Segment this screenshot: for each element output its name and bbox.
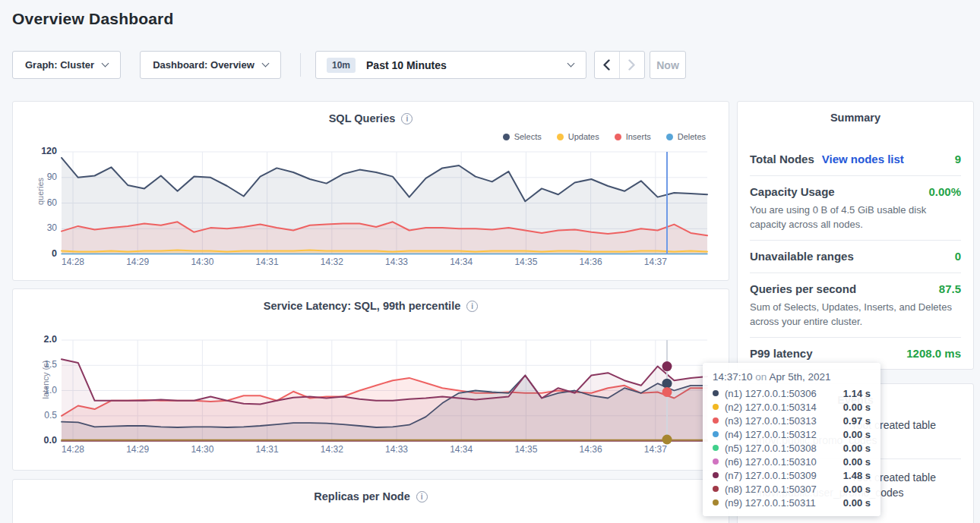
dashboard-dropdown-label: Dashboard: Overview [153,59,254,71]
p99-latency-label: P99 latency [750,346,813,361]
capacity-usage-desc: You are using 0 B of 4.5 GiB usable disk… [750,203,961,232]
summary-row-total-nodes: Total Nodes View nodes list 9 [750,143,961,176]
tooltip-node-row: (n9) 127.0.0.1:503110.00 s [713,496,871,509]
capacity-usage-label: Capacity Usage [750,184,835,200]
unavailable-ranges-value: 0 [955,249,961,264]
node-latency-value: 1.14 s [843,388,871,399]
graph-dropdown[interactable]: Graph: Cluster [12,51,121,79]
tooltip-node-row: (n2) 127.0.0.1:503140.00 s [713,400,871,414]
x-tick-label: 14:28 [55,444,91,455]
legend-item-deletes[interactable]: Deletes [666,132,706,141]
time-forward-button[interactable] [620,52,645,78]
total-nodes-value: 9 [955,152,961,167]
chevron-down-icon [261,60,269,68]
node-color-dot [713,417,719,424]
node-latency-value: 0.00 s [843,402,871,413]
node-address: (n6) 127.0.0.1:50310 [725,456,817,468]
tooltip-node-row: (n8) 127.0.0.1:503070.00 s [713,482,871,496]
overview-dashboard-page: Overview Dashboard Graph: Cluster Dashbo… [0,0,980,523]
x-tick-label: 14:37 [637,257,674,267]
qps-label: Queries per second [750,282,856,297]
y-tick-label: 1.5 [27,359,57,370]
legend-dot [557,134,564,140]
info-icon[interactable]: i [466,301,478,312]
total-nodes-label: Total Nodes [750,152,814,167]
node-latency-value: 0.00 s [843,497,871,509]
chevron-down-icon [102,60,109,68]
node-address: (n4) 127.0.0.1:50312 [725,429,817,440]
tooltip-node-row: (n5) 127.0.0.1:503080.00 s [713,441,871,455]
x-tick-label: 14:30 [184,257,220,267]
node-latency-value: 0.00 s [843,484,871,495]
x-tick-label: 14:32 [314,257,350,267]
y-tick-label: 90 [27,172,57,182]
summary-panel: Summary Total Nodes View nodes list 9 Ca… [737,101,974,370]
node-latency-value: 0.00 s [843,443,871,454]
x-tick-label: 14:28 [55,257,91,267]
time-step-buttons [594,51,645,79]
time-range-label: Past 10 Minutes [366,59,447,71]
node-latency-value: 1.48 s [843,470,871,481]
dashboard-dropdown[interactable]: Dashboard: Overview [140,51,281,79]
tooltip-node-row: (n6) 127.0.0.1:503100.00 s [713,455,871,468]
y-tick-label: 0.5 [27,410,57,421]
sql-queries-plot[interactable] [62,152,707,254]
legend-dot [503,134,510,140]
legend-item-selects[interactable]: Selects [503,132,542,141]
tooltip-timestamp: 14:37:10 on Apr 5th, 2021 [713,370,871,385]
node-address: (n8) 127.0.0.1:50307 [725,484,817,495]
time-back-button[interactable] [595,52,620,78]
view-nodes-link[interactable]: View nodes list [822,152,904,167]
legend-dot [666,134,673,140]
y-tick-label: 0 [27,248,57,259]
node-color-dot [713,445,719,451]
node-latency-value: 0.00 s [843,429,871,440]
replicas-per-node-title: Replicas per Node [314,490,410,503]
replicas-per-node-card: Replicas per Nodei [12,479,729,523]
legend-dot [615,134,621,140]
info-icon[interactable]: i [416,491,428,503]
tooltip-node-row: (n4) 127.0.0.1:503120.00 s [713,427,871,441]
chart-legend: SelectsUpdatesInsertsDeletes [503,132,706,141]
service-latency-plot[interactable] [62,340,707,441]
sql-queries-card: SQL Queriesi SelectsUpdatesInsertsDelete… [12,101,729,281]
chart-tooltip: 14:37:10 on Apr 5th, 2021 (n1) 127.0.0.1… [703,363,880,516]
node-address: (n9) 127.0.0.1:50311 [725,497,816,509]
info-icon[interactable]: i [401,113,413,124]
qps-value: 87.5 [939,282,961,297]
service-latency-title: Service Latency: SQL, 99th percentile [264,300,461,312]
x-tick-label: 14:31 [249,444,286,455]
tooltip-node-row: (n3) 127.0.0.1:503130.97 s [713,414,871,427]
now-button[interactable]: Now [650,51,686,79]
x-tick-label: 14:29 [119,257,156,267]
node-address: (n1) 127.0.0.1:50306 [725,388,817,399]
y-tick-label: 2.0 [27,334,57,345]
qps-desc: Sum of Selects, Updates, Inserts, and De… [750,300,961,329]
node-latency-value: 0.00 s [843,456,871,468]
x-tick-label: 14:34 [443,257,479,267]
x-tick-label: 14:34 [443,444,479,455]
x-tick-label: 14:32 [314,444,350,455]
x-tick-label: 14:36 [573,257,609,267]
page-title: Overview Dashboard [12,10,174,28]
p99-latency-value: 1208.0 ms [906,346,961,361]
tooltip-node-row: (n1) 127.0.0.1:503061.14 s [713,386,871,400]
legend-item-updates[interactable]: Updates [557,132,599,141]
y-tick-label: 30 [27,222,57,233]
summary-title: Summary [750,111,961,143]
time-range-selector[interactable]: 10m Past 10 Minutes [315,51,586,79]
x-tick-label: 14:36 [573,444,609,455]
node-color-dot [713,458,719,465]
y-tick-label: 60 [27,197,57,208]
x-tick-label: 14:37 [637,444,674,455]
sql-queries-title: SQL Queries [329,112,396,124]
y-tick-label: 0.0 [27,435,57,446]
y-tick-label: 1.0 [27,385,57,395]
capacity-usage-value: 0.00% [928,184,961,200]
toolbar-divider [300,53,301,77]
node-color-dot [713,472,719,478]
x-tick-label: 14:33 [378,444,415,455]
node-color-dot [713,404,719,410]
y-tick-label: 120 [27,146,57,156]
legend-item-inserts[interactable]: Inserts [615,132,651,141]
